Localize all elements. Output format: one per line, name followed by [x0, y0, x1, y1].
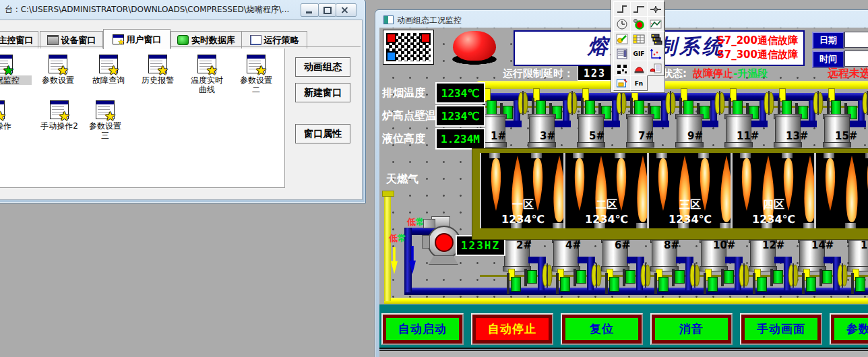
solenoid-valve-green	[536, 100, 546, 115]
window-item-故障查询[interactable]: ★故障查询	[80, 55, 137, 85]
pump-wing	[422, 235, 430, 249]
tab-label: 设备窗口	[61, 34, 96, 46]
window-item-参数设置三[interactable]: ★参数设置 三	[77, 100, 133, 140]
control-button-label: 自动启动	[386, 318, 459, 340]
side-button-窗口属性[interactable]: 窗口属性	[295, 124, 350, 143]
window-item-参数设置二[interactable]: ★参数设置 二	[228, 55, 284, 94]
window-star-icon: ★	[0, 100, 5, 119]
solenoid-valve-green	[782, 100, 792, 115]
valve-stem	[507, 273, 509, 294]
burner-label: 6#	[615, 239, 635, 250]
tab-label: 运行策略	[264, 34, 299, 46]
control-button-复位[interactable]: 复位	[561, 313, 643, 345]
zone-temp: 1234℃	[732, 213, 815, 226]
star-glyph: ★	[104, 110, 116, 123]
window-item-label: 参数设置 三	[77, 121, 133, 140]
qr-code-icon	[615, 63, 629, 75]
burner-nozzle	[615, 153, 625, 158]
pump-hub[interactable]	[435, 233, 454, 252]
qr-code-tool[interactable]	[613, 61, 631, 76]
window-star-icon: ★	[197, 55, 216, 73]
side-button-新建窗口[interactable]: 新建窗口	[295, 83, 350, 102]
window-item-参数设置[interactable]: ★参数设置	[30, 55, 86, 85]
gas-elbow-h	[602, 121, 620, 127]
form-tool[interactable]	[613, 46, 631, 61]
gif-tool[interactable]: GIF	[630, 46, 648, 61]
control-button-自动启动[interactable]: 自动启动	[381, 313, 464, 345]
project-window-titlebar[interactable]: 台 : C:\USERS\ADMINISTRATOR\DOWNLOADS\COM…	[0, 0, 365, 18]
star-glyph: ★	[0, 110, 6, 123]
annotate-icon	[615, 33, 629, 45]
burner-nozzle	[531, 153, 542, 158]
pump-stand	[429, 255, 458, 265]
fn-tool[interactable]: Fn	[630, 75, 648, 91]
reading-label-3: 液位高度	[382, 132, 436, 144]
close-button[interactable]	[336, 3, 356, 17]
alarm-lamp-tool[interactable]	[630, 61, 648, 76]
drawing-toolbar: GIFFn	[611, 0, 665, 93]
grid-table-tool[interactable]	[630, 31, 648, 46]
window-star-icon: ★	[49, 55, 67, 73]
burner-nozzle	[573, 153, 584, 158]
paint-tool[interactable]	[613, 75, 631, 91]
alarm-list-tool[interactable]	[647, 61, 664, 76]
solenoid-valve-green	[757, 277, 767, 292]
date-field	[844, 32, 868, 48]
alarm-dome-red[interactable]	[453, 31, 496, 61]
solenoid-valve-green	[822, 270, 832, 284]
damper-valve-icon	[640, 263, 651, 288]
valve-stem	[605, 273, 608, 294]
clock-tool[interactable]	[613, 16, 631, 32]
step-line-tool[interactable]	[630, 1, 648, 17]
step-line-icon	[632, 3, 646, 15]
time-field	[844, 51, 868, 67]
damper-valve-icon	[665, 91, 676, 115]
burner-label: 5#	[589, 130, 609, 141]
damper-valve-icon	[813, 91, 824, 115]
control-button-label: 自动停止	[476, 318, 549, 340]
pump-flange	[423, 219, 435, 228]
gas-supply-riser	[384, 193, 391, 301]
burner-label: 3#	[540, 130, 560, 141]
window-item-手动操作[interactable]: ★手动操作	[0, 100, 24, 131]
corner-line-icon	[615, 3, 629, 15]
gas-elbow-h	[553, 121, 571, 127]
burner-label: 11#	[737, 130, 757, 141]
tab-用户窗口[interactable]: ★用户窗口	[103, 29, 170, 49]
indicator-light-tool[interactable]	[630, 16, 648, 32]
zone-temp: 1234℃	[648, 213, 732, 226]
date-label: 日期	[812, 32, 844, 49]
annotate-tool[interactable]	[613, 31, 631, 46]
burner-label: 9#	[687, 130, 708, 141]
side-button-动画组态[interactable]: 动画组态	[295, 57, 350, 77]
tee-line-tool[interactable]	[647, 1, 664, 17]
solenoid-valve-green	[625, 270, 636, 284]
maximize-button[interactable]	[318, 3, 336, 17]
gas-elbow-h	[504, 121, 522, 127]
window-item-工况监控[interactable]: ★工况监控	[0, 55, 32, 85]
disks-tool[interactable]	[647, 31, 664, 46]
minimize-button[interactable]	[301, 3, 319, 17]
solenoid-valve-green	[675, 270, 685, 284]
axis-chart-tool[interactable]	[647, 46, 664, 61]
control-button-参数设置[interactable]: 参数设置	[830, 313, 868, 345]
window-star-icon: ★	[148, 55, 167, 73]
control-button-自动停止[interactable]: 自动停止	[471, 313, 553, 345]
gas-elbow-h	[701, 121, 718, 127]
valve-stem	[802, 273, 805, 294]
window-item-温度实时曲线[interactable]: ★温度实时 曲线	[179, 55, 235, 94]
gas-label: 天燃气	[386, 172, 433, 186]
project-window-title: 台 : C:\USERS\ADMINISTRATOR\DOWNLOADS\COM…	[5, 4, 289, 15]
reading-label-2: 炉高点壁温	[382, 109, 436, 121]
trend-chart-tool[interactable]	[647, 16, 664, 32]
tab-label: 实时数据库	[191, 34, 235, 46]
control-button-消音[interactable]: 消音	[650, 313, 733, 345]
control-button-手动画面[interactable]: 手动画面	[740, 313, 822, 345]
corner-line-tool[interactable]	[613, 1, 631, 17]
damper-valve-icon	[567, 91, 578, 115]
zone-temp: 1234℃	[565, 213, 648, 226]
window-item-历史报警[interactable]: ★历史报警	[129, 55, 186, 85]
status-low: 低	[389, 233, 398, 243]
time-label: 时间	[812, 51, 844, 68]
solenoid-valve-green	[724, 270, 734, 284]
